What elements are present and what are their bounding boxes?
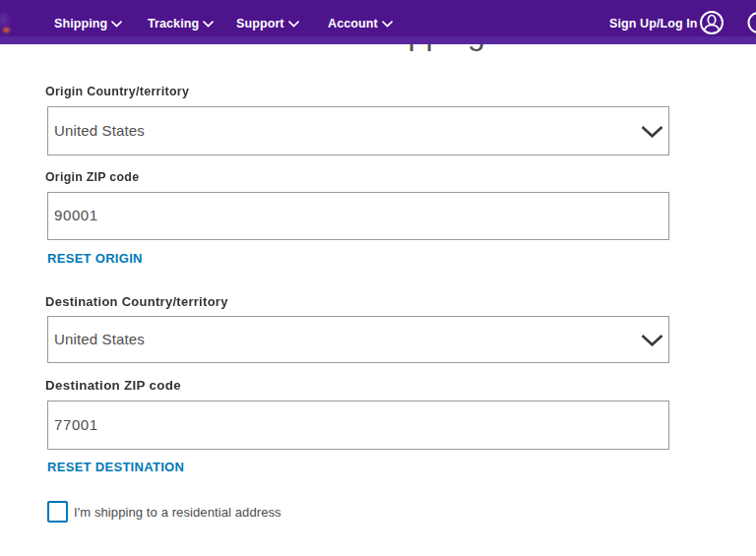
account-person-icon[interactable] xyxy=(699,10,724,35)
destination-country-label: Destination Country/territory xyxy=(45,295,228,310)
origin-country-label: Origin Country/territory xyxy=(45,85,189,99)
nav-item-shipping[interactable]: Shipping xyxy=(54,0,122,44)
page: Calculate FedEx shipping rates Shipping … xyxy=(0,0,756,556)
destination-country-value: United States xyxy=(48,331,145,347)
origin-country-value: United States xyxy=(48,122,145,139)
chevron-down-icon xyxy=(641,334,663,346)
fedex-logo-orange-fragment xyxy=(3,28,10,32)
origin-zip-value: 90001 xyxy=(48,207,98,223)
chevron-down-icon xyxy=(382,21,393,28)
origin-country-select[interactable]: United States xyxy=(47,106,669,155)
chevron-down-icon xyxy=(111,21,122,28)
reset-origin-link[interactable]: RESET ORIGIN xyxy=(47,251,143,267)
origin-zip-label: Origin ZIP code xyxy=(45,170,139,185)
nav-item-support[interactable]: Support xyxy=(236,0,299,44)
destination-zip-value: 77001 xyxy=(48,416,98,433)
destination-zip-label: Destination ZIP code xyxy=(45,379,181,394)
fedex-logo-fragment[interactable] xyxy=(0,0,20,44)
nav-item-account-label: Account xyxy=(328,17,378,31)
nav-item-tracking[interactable]: Tracking xyxy=(148,0,214,44)
nav-item-account[interactable]: Account xyxy=(328,0,393,44)
signup-login-link[interactable]: Sign Up/Log In xyxy=(609,0,698,44)
chevron-down-icon xyxy=(288,21,299,28)
destination-country-select[interactable]: United States xyxy=(47,316,669,363)
reset-destination-link[interactable]: RESET DESTINATION xyxy=(47,460,184,475)
residential-checkbox[interactable] xyxy=(47,501,68,523)
nav-item-support-label: Support xyxy=(236,17,284,31)
fedex-logo-smudge xyxy=(0,14,9,26)
search-icon[interactable] xyxy=(747,11,756,34)
residential-checkbox-label: I'm shipping to a residential address xyxy=(74,505,282,520)
nav-item-tracking-label: Tracking xyxy=(148,17,199,31)
origin-zip-input[interactable]: 90001 xyxy=(47,192,669,240)
nav-item-shipping-label: Shipping xyxy=(54,17,107,31)
residential-row: I'm shipping to a residential address xyxy=(47,501,282,523)
chevron-down-icon xyxy=(641,125,663,138)
destination-zip-input[interactable]: 77001 xyxy=(47,401,669,450)
chevron-down-icon xyxy=(203,21,214,28)
top-navbar: Shipping Tracking Support Account Sign U… xyxy=(0,0,756,44)
